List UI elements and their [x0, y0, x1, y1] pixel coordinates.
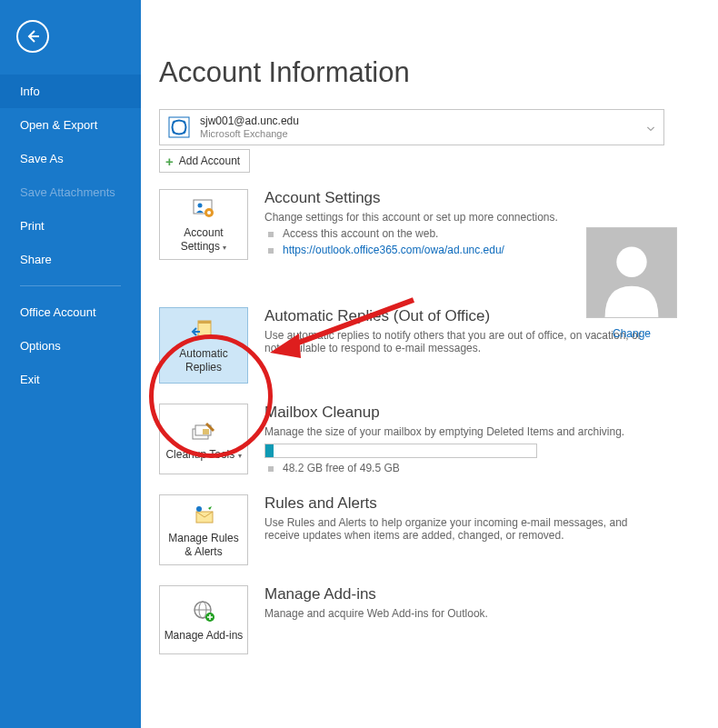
avatar	[586, 227, 677, 318]
account-settings-icon	[190, 195, 217, 223]
back-arrow-icon	[25, 28, 41, 45]
account-settings-title: Account Settings	[264, 189, 558, 207]
plus-icon: +	[165, 154, 174, 169]
automatic-replies-tile-label: Automatic Replies	[164, 347, 244, 374]
rules-icon	[191, 501, 216, 528]
nav-save-as[interactable]: Save As	[0, 142, 141, 175]
add-account-button[interactable]: + Add Account	[159, 149, 250, 173]
svg-rect-11	[203, 429, 209, 434]
automatic-replies-button[interactable]: Automatic Replies	[159, 307, 248, 384]
nav-print[interactable]: Print	[0, 209, 141, 243]
manage-rules-button[interactable]: Manage Rules & Alerts	[159, 494, 248, 565]
chevron-down-icon	[647, 121, 654, 135]
nav-list: Info Open & Export Save As Save Attachme…	[0, 75, 141, 396]
svg-point-2	[198, 204, 203, 208]
page-title: Account Information	[159, 56, 718, 89]
change-photo-link[interactable]: Change	[586, 327, 677, 340]
mailbox-free-text: 48.2 GB free of 49.5 GB	[264, 462, 537, 474]
nav-save-attachments: Save Attachments	[0, 175, 141, 209]
cleanup-tools-button[interactable]: Cleanup Tools ▾	[159, 404, 248, 474]
nav-open-export[interactable]: Open & Export	[0, 108, 141, 142]
addins-desc: Manage and acquire Web Add-ins for Outlo…	[264, 607, 488, 620]
svg-rect-8	[198, 321, 211, 324]
nav-info[interactable]: Info	[0, 75, 141, 108]
rules-title: Rules and Alerts	[264, 494, 655, 513]
cleanup-tile-label: Cleanup Tools ▾	[165, 448, 241, 462]
account-settings-button[interactable]: Account Settings ▾	[159, 189, 248, 260]
manage-addins-button[interactable]: Manage Add-ins	[159, 585, 248, 654]
nav-share[interactable]: Share	[0, 243, 141, 276]
svg-point-13	[196, 506, 202, 512]
account-selector[interactable]: sjw001@ad.unc.edu Microsoft Exchange	[159, 109, 664, 145]
rules-tile-label: Manage Rules & Alerts	[164, 532, 244, 559]
account-settings-desc: Change settings for this account or set …	[264, 211, 558, 224]
exchange-icon	[167, 115, 191, 139]
automatic-replies-icon	[191, 316, 216, 344]
back-button[interactable]	[16, 20, 49, 53]
nav-office-account[interactable]: Office Account	[0, 295, 141, 329]
cleanup-title: Mailbox Cleanup	[264, 404, 624, 422]
account-type: Microsoft Exchange	[200, 128, 299, 141]
addins-title: Manage Add-ins	[264, 585, 488, 603]
nav-exit[interactable]: Exit	[0, 363, 141, 396]
addins-tile-label: Manage Add-ins	[165, 629, 244, 643]
mailbox-usage-bar	[264, 444, 537, 458]
addins-icon	[191, 598, 216, 625]
svg-point-4	[207, 211, 211, 214]
add-account-label: Add Account	[179, 155, 240, 167]
account-settings-tile-label: Account Settings ▾	[164, 226, 244, 254]
sidebar: Info Open & Export Save As Save Attachme…	[0, 0, 141, 728]
cleanup-desc: Manage the size of your mailbox by empty…	[264, 425, 624, 438]
owa-link[interactable]: https://outlook.office365.com/owa/ad.unc…	[283, 244, 504, 256]
rules-desc: Use Rules and Alerts to help organize yo…	[264, 516, 655, 542]
svg-point-6	[616, 247, 646, 277]
nav-divider	[20, 285, 121, 286]
nav-options[interactable]: Options	[0, 329, 141, 363]
main-panel: Account Information sjw001@ad.unc.edu Mi…	[141, 0, 718, 728]
account-email: sjw001@ad.unc.edu	[200, 115, 299, 128]
cleanup-icon	[190, 417, 217, 444]
access-on-web-text: Access this account on the web.	[264, 227, 558, 240]
avatar-box: Change	[586, 227, 677, 340]
